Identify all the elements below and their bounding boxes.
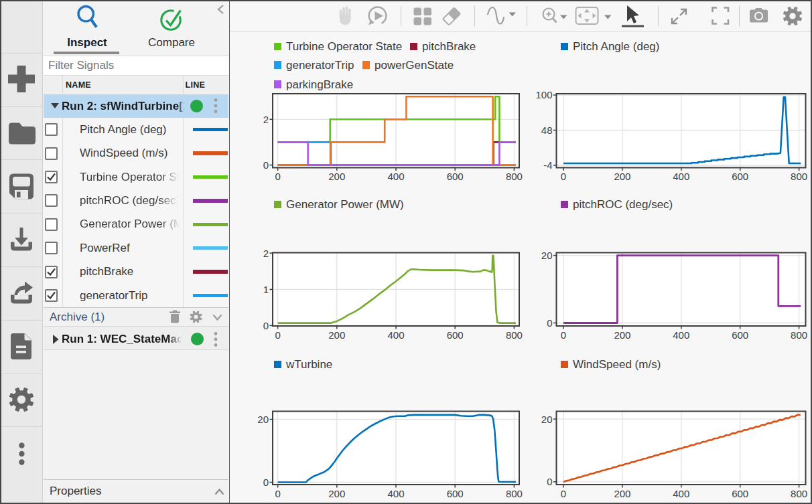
svg-text:2: 2 xyxy=(263,114,269,125)
svg-text:1: 1 xyxy=(263,284,269,295)
svg-text:800: 800 xyxy=(506,329,523,341)
svg-text:600: 600 xyxy=(732,171,748,182)
svg-text:600: 600 xyxy=(447,171,464,182)
svg-text:600: 600 xyxy=(732,329,748,341)
svg-text:600: 600 xyxy=(732,488,748,499)
svg-text:800: 800 xyxy=(791,488,807,499)
svg-text:200: 200 xyxy=(328,171,345,182)
svg-text:20: 20 xyxy=(541,250,553,261)
svg-text:400: 400 xyxy=(673,488,689,499)
svg-text:400: 400 xyxy=(387,171,404,182)
svg-text:0: 0 xyxy=(275,488,280,499)
svg-text:0: 0 xyxy=(561,171,566,182)
svg-text:600: 600 xyxy=(447,488,464,499)
svg-text:100: 100 xyxy=(535,89,552,100)
svg-text:800: 800 xyxy=(791,329,807,341)
svg-text:2: 2 xyxy=(263,248,269,259)
svg-text:200: 200 xyxy=(614,171,630,182)
svg-text:0: 0 xyxy=(275,171,280,182)
svg-text:0: 0 xyxy=(263,477,269,488)
svg-text:20: 20 xyxy=(257,414,269,425)
svg-text:200: 200 xyxy=(614,329,630,341)
svg-text:0: 0 xyxy=(547,317,552,329)
svg-text:0: 0 xyxy=(263,320,269,331)
svg-text:800: 800 xyxy=(506,171,523,182)
svg-text:0: 0 xyxy=(561,488,566,499)
svg-text:200: 200 xyxy=(328,329,345,341)
svg-text:400: 400 xyxy=(387,329,404,341)
svg-text:800: 800 xyxy=(791,171,807,182)
svg-text:400: 400 xyxy=(673,329,689,341)
svg-text:400: 400 xyxy=(673,171,689,182)
svg-text:600: 600 xyxy=(447,329,464,341)
svg-text:400: 400 xyxy=(387,488,404,499)
svg-text:0: 0 xyxy=(561,329,566,341)
svg-text:-4: -4 xyxy=(543,159,552,171)
svg-text:0: 0 xyxy=(275,329,280,341)
svg-text:0: 0 xyxy=(547,476,552,487)
svg-text:200: 200 xyxy=(328,488,345,499)
svg-text:48: 48 xyxy=(541,124,553,136)
svg-text:800: 800 xyxy=(506,488,523,499)
svg-text:0: 0 xyxy=(263,159,269,171)
svg-text:20: 20 xyxy=(541,414,553,425)
svg-text:200: 200 xyxy=(614,488,630,499)
